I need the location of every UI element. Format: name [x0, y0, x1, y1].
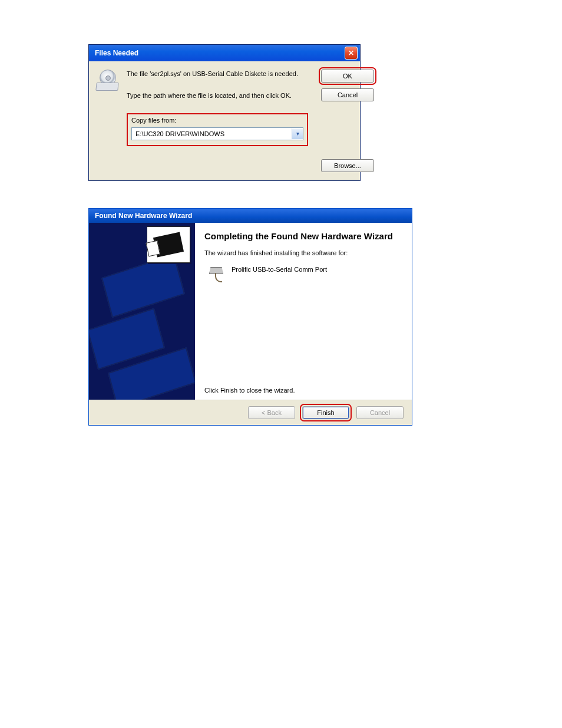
- chevron-down-icon[interactable]: ▾: [292, 129, 303, 139]
- icon-column: [96, 70, 120, 172]
- highlight-box: Copy files from: ▾: [127, 113, 308, 146]
- message-column: The file 'ser2pl.sys' on USB-Serial Cabl…: [127, 70, 314, 172]
- titlebar[interactable]: Files Needed ✕: [89, 45, 360, 61]
- wizard-content: Completing the Found New Hardware Wizard…: [195, 223, 412, 400]
- message-text-2: Type the path where the file is located,…: [127, 91, 308, 100]
- back-button: < Back: [248, 406, 295, 419]
- finish-button[interactable]: Finish: [302, 406, 349, 419]
- files-needed-dialog: Files Needed ✕ The file 'ser2pl.sys' on …: [88, 44, 361, 181]
- found-new-hardware-wizard-dialog: Found New Hardware Wizard Completing the…: [88, 208, 412, 426]
- close-icon[interactable]: ✕: [345, 47, 358, 60]
- wizard-closing-text: Click Finish to close the wizard.: [204, 387, 402, 394]
- disc-icon: [96, 70, 117, 91]
- message-text-1: The file 'ser2pl.sys' on USB-Serial Cabl…: [127, 70, 308, 78]
- path-combobox[interactable]: ▾: [131, 127, 303, 140]
- dialog-body: Completing the Found New Hardware Wizard…: [89, 223, 412, 400]
- path-input[interactable]: [132, 129, 292, 139]
- device-row: Prolific USB-to-Serial Comm Port: [208, 266, 402, 282]
- browse-button[interactable]: Browse...: [321, 159, 374, 172]
- button-column: OK Cancel Browse...: [321, 70, 374, 172]
- dialog-title: Files Needed: [95, 49, 138, 57]
- wizard-heading: Completing the Found New Hardware Wizard: [204, 231, 402, 241]
- cancel-button: Cancel: [356, 406, 404, 419]
- wizard-subtext: The wizard has finished installing the s…: [204, 249, 402, 256]
- serial-port-icon: [208, 266, 224, 282]
- dialog-title: Found New Hardware Wizard: [95, 212, 192, 220]
- device-name: Prolific USB-to-Serial Comm Port: [232, 266, 327, 273]
- titlebar[interactable]: Found New Hardware Wizard: [89, 209, 412, 223]
- copy-from-group: Copy files from: ▾: [127, 111, 308, 146]
- wizard-footer: < Back Finish Cancel: [89, 400, 412, 425]
- dialog-body: The file 'ser2pl.sys' on USB-Serial Cabl…: [89, 61, 360, 180]
- cancel-button[interactable]: Cancel: [321, 88, 374, 101]
- copy-from-label: Copy files from:: [131, 117, 303, 124]
- ok-button[interactable]: OK: [321, 70, 374, 83]
- wizard-side-panel: [89, 223, 195, 400]
- hardware-badge-icon: [147, 226, 190, 263]
